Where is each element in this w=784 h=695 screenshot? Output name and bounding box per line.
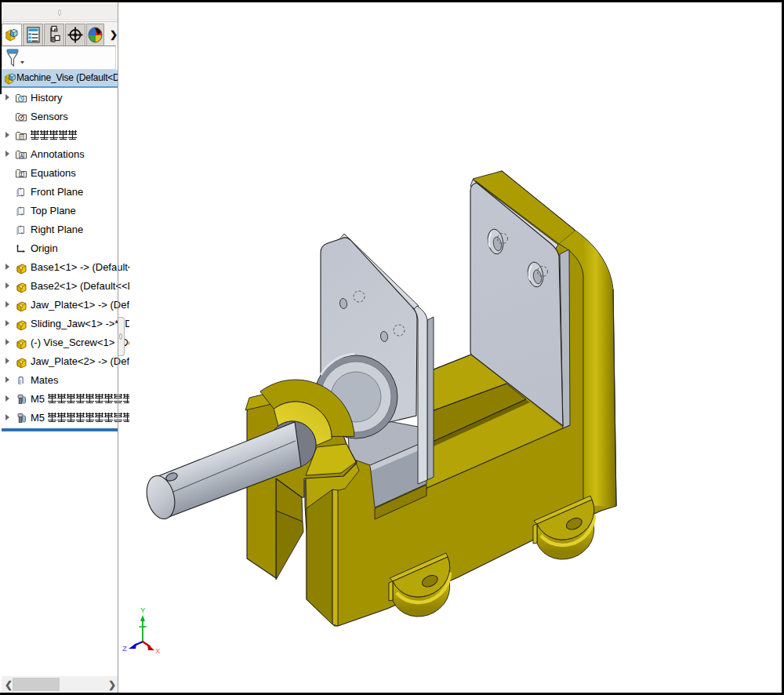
svg-text:Y: Y bbox=[140, 606, 146, 614]
svg-text:X: X bbox=[155, 646, 161, 655]
svg-text:Z: Z bbox=[122, 644, 127, 653]
